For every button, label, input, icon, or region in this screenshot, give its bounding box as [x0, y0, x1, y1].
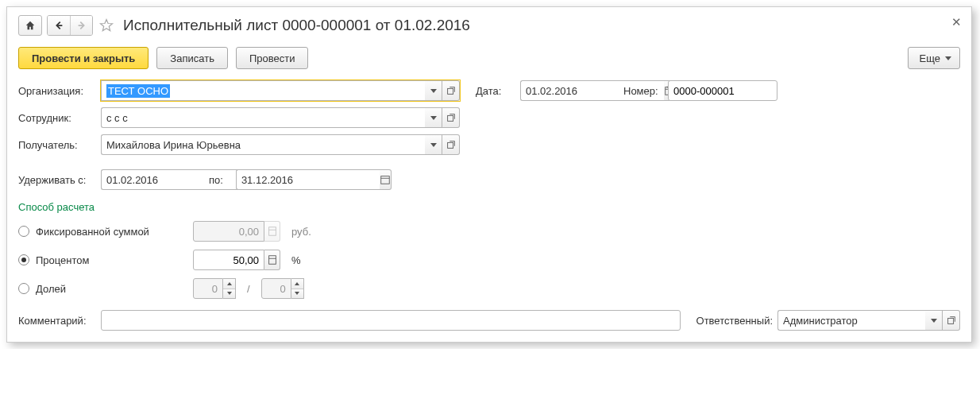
close-icon[interactable]: ✕: [951, 15, 962, 29]
chevron-down-icon: [227, 292, 232, 295]
open-external-icon: [946, 315, 957, 326]
chevron-down-icon: [430, 143, 437, 147]
more-label: Еще: [920, 52, 940, 64]
nav-back-forward: [47, 15, 93, 36]
employee-open-button[interactable]: [442, 107, 460, 128]
responsible-label: Ответственный:: [696, 315, 773, 327]
spin-up: [291, 279, 303, 289]
employee-field-group: [101, 107, 460, 128]
organization-dropdown-button[interactable]: [425, 80, 442, 101]
chevron-down-icon: [430, 89, 437, 93]
withhold-to-calendar-button[interactable]: [380, 169, 392, 190]
svg-rect-15: [268, 256, 276, 265]
recipient-input[interactable]: [101, 134, 425, 155]
number-input[interactable]: [668, 80, 777, 101]
svg-rect-2: [447, 88, 453, 94]
comment-input[interactable]: [101, 310, 681, 331]
organization-field-group: ТЕСТ ОСНО: [101, 80, 460, 101]
radio-percent[interactable]: [18, 254, 29, 265]
comment-group: [101, 310, 681, 331]
save-button[interactable]: Записать: [156, 47, 228, 69]
radio-fixed-amount[interactable]: [18, 226, 29, 237]
fraction-den-input: [261, 278, 291, 299]
fraction-den-group: [261, 278, 304, 299]
fraction-num-spinner: [223, 278, 236, 299]
svg-rect-11: [381, 176, 390, 184]
document-window: ✕ Исполнительный лист 0000-000001 от 01.…: [6, 6, 972, 343]
svg-rect-17: [947, 318, 953, 323]
percent-input[interactable]: [193, 250, 264, 270]
post-button[interactable]: Провести: [236, 47, 309, 69]
arrow-left-icon: [53, 20, 64, 31]
chevron-down-icon: [430, 116, 437, 120]
responsible-input[interactable]: [777, 310, 925, 331]
chevron-up-icon: [227, 282, 232, 285]
favorite-button[interactable]: [98, 17, 115, 34]
comment-label: Комментарий:: [18, 315, 96, 327]
fixed-amount-calc-button: [264, 221, 280, 242]
svg-rect-8: [447, 142, 453, 148]
withhold-to-label: по:: [209, 174, 223, 186]
recipient-field-group: [101, 134, 460, 155]
open-external-icon: [446, 139, 457, 150]
employee-input[interactable]: [101, 107, 425, 128]
organization-open-button[interactable]: [442, 80, 460, 101]
back-button[interactable]: [48, 16, 70, 35]
responsible-dropdown-button[interactable]: [925, 310, 943, 331]
recipient-dropdown-button[interactable]: [425, 134, 442, 155]
radio-fraction[interactable]: [18, 283, 29, 294]
spin-down: [291, 289, 303, 299]
percent-unit: %: [291, 254, 301, 266]
open-external-icon: [446, 112, 457, 123]
responsible-group: [777, 310, 960, 331]
chevron-down-icon: [945, 56, 951, 60]
calendar-icon: [380, 174, 391, 185]
home-button[interactable]: [18, 15, 42, 36]
chevron-up-icon: [295, 282, 299, 285]
percent-calc-button[interactable]: [264, 250, 280, 270]
fixed-amount-input: [193, 221, 264, 242]
svg-rect-13: [268, 227, 276, 236]
forward-button[interactable]: [70, 16, 92, 35]
open-external-icon: [446, 85, 457, 96]
rub-unit: руб.: [291, 226, 311, 238]
toolbar: Провести и закрыть Записать Провести Еще: [18, 47, 960, 69]
number-label: Номер:: [623, 85, 663, 97]
employee-dropdown-button[interactable]: [425, 107, 442, 128]
recipient-open-button[interactable]: [442, 134, 460, 155]
spin-up: [223, 279, 235, 289]
date-label: Дата:: [476, 85, 515, 97]
spin-down: [223, 289, 235, 299]
organization-value: ТЕСТ ОСНО: [106, 84, 170, 98]
date-field-group: [520, 80, 608, 101]
radio-fixed-amount-label: Фиксированной суммой: [36, 226, 187, 238]
fraction-den-spinner: [291, 278, 304, 299]
radio-percent-label: Процентом: [36, 254, 187, 266]
page-title: Исполнительный лист 0000-000001 от 01.02…: [123, 17, 470, 34]
employee-label: Сотрудник:: [18, 112, 96, 124]
withhold-from-label: Удерживать с:: [18, 174, 96, 186]
withhold-to-group: [236, 169, 331, 190]
calc-method-title: Способ расчета: [18, 201, 960, 213]
organization-label: Организация:: [18, 85, 96, 97]
chevron-down-icon: [295, 292, 299, 295]
calculator-icon: [267, 226, 278, 237]
calculator-icon: [267, 254, 278, 265]
fraction-num-input: [193, 278, 223, 299]
arrow-right-icon: [76, 20, 87, 31]
percent-group: [193, 250, 280, 270]
recipient-label: Получатель:: [18, 139, 96, 151]
home-icon: [25, 20, 36, 31]
fraction-num-group: [193, 278, 236, 299]
fraction-slash: /: [247, 283, 250, 295]
withhold-to-input[interactable]: [236, 169, 380, 190]
footer-row: Комментарий: Ответственный:: [18, 310, 960, 331]
responsible-open-button[interactable]: [943, 310, 960, 331]
svg-rect-7: [447, 115, 453, 121]
post-and-close-button[interactable]: Провести и закрыть: [18, 47, 149, 69]
header-bar: Исполнительный лист 0000-000001 от 01.02…: [18, 15, 960, 36]
more-button[interactable]: Еще: [908, 47, 960, 69]
radio-fraction-label: Долей: [36, 283, 187, 295]
withhold-from-group: [101, 169, 196, 190]
organization-input[interactable]: ТЕСТ ОСНО: [101, 80, 425, 101]
